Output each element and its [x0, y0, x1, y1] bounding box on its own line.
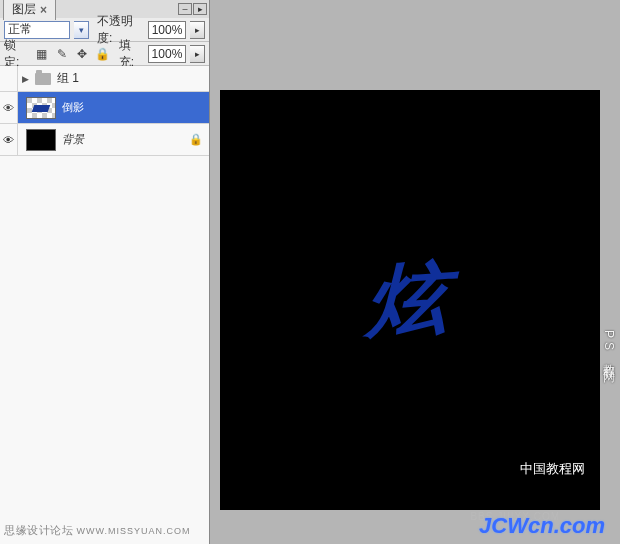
blend-mode-value: 正常	[8, 21, 32, 38]
blend-mode-dropdown-icon[interactable]: ▾	[74, 21, 89, 39]
visibility-toggle[interactable]: 👁	[0, 124, 18, 155]
opacity-value: 100%	[152, 23, 183, 37]
menu-icon[interactable]: ▸	[193, 3, 207, 15]
watermark-vertical: PS教程网	[600, 330, 617, 366]
lock-transparent-icon[interactable]: ▦	[33, 45, 49, 63]
lock-icon: 🔒	[189, 133, 203, 146]
eye-icon: 👁	[3, 134, 14, 146]
layers-panel: 图层 × – ▸ 正常 ▾ 不透明度: 100% ▸ 锁定: ▦ ✎ ✥ 🔒 填…	[0, 0, 210, 544]
minimize-icon[interactable]: –	[178, 3, 192, 15]
layer-item-selected[interactable]: 👁 倒影	[0, 92, 209, 124]
layer-name: 倒影	[62, 100, 84, 115]
visibility-toggle[interactable]	[0, 66, 18, 91]
blend-opacity-row: 正常 ▾ 不透明度: 100% ▸	[0, 18, 209, 42]
expand-icon[interactable]: ▶	[22, 74, 29, 84]
footer-url: WWW.MISSYUAN.COM	[77, 526, 191, 536]
footer-credit: 思缘设计论坛 WWW.MISSYUAN.COM	[4, 523, 191, 538]
fill-input[interactable]: 100%	[148, 45, 187, 63]
tab-label: 图层	[12, 1, 36, 18]
layer-thumb	[26, 129, 56, 151]
folder-icon	[35, 73, 51, 85]
layer-name: 背景	[62, 132, 84, 147]
layer-group[interactable]: ▶ 组 1	[0, 66, 209, 92]
fill-value: 100%	[152, 47, 183, 61]
lock-brush-icon[interactable]: ✎	[53, 45, 69, 63]
lock-move-icon[interactable]: ✥	[74, 45, 90, 63]
fill-flyout-icon[interactable]: ▸	[190, 45, 205, 63]
opacity-input[interactable]: 100%	[148, 21, 187, 39]
canvas-artwork: 炫	[359, 244, 462, 357]
lock-fill-row: 锁定: ▦ ✎ ✥ 🔒 填充: 100% ▸	[0, 42, 209, 66]
watermark-corner: 中国教程网	[520, 460, 585, 478]
layer-thumb	[26, 97, 56, 119]
eye-icon: 👁	[3, 102, 14, 114]
canvas: 炫	[220, 90, 600, 510]
layer-item-bg[interactable]: 👁 背景 🔒	[0, 124, 209, 156]
opacity-flyout-icon[interactable]: ▸	[190, 21, 205, 39]
tab-layers[interactable]: 图层 ×	[3, 0, 56, 20]
lock-all-icon[interactable]: 🔒	[94, 45, 110, 63]
visibility-toggle[interactable]: 👁	[0, 92, 18, 123]
watermark-url: JCWcn.com	[479, 513, 605, 539]
layers-list: ▶ 组 1 👁 倒影 👁 背景 🔒	[0, 66, 209, 544]
group-name: 组 1	[57, 70, 79, 87]
footer-text: 思缘设计论坛	[4, 524, 73, 536]
close-tab-icon[interactable]: ×	[40, 3, 47, 17]
